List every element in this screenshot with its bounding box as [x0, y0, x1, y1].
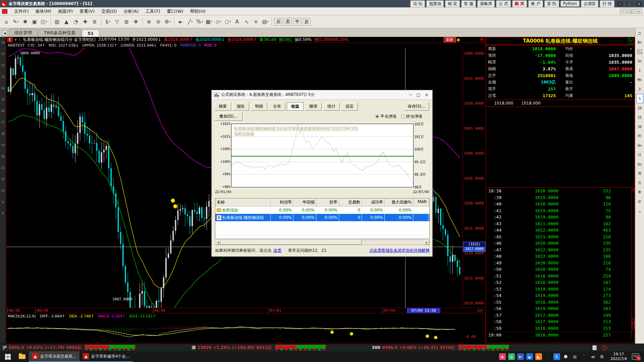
footer-link-here[interactable]: 这里 — [273, 248, 281, 253]
tape-row[interactable]: :561019.0000163 — [486, 305, 635, 312]
left-strip-item-11[interactable]: 11 — [0, 48, 6, 60]
titlebar-button-账户[interactable]: 账 户 — [528, 0, 543, 7]
dialog-tab-统计[interactable]: 统计 — [323, 102, 340, 111]
tape-row[interactable]: 19:001018.0000257 — [486, 331, 635, 338]
dialog-tab-分布[interactable]: 分布 — [269, 102, 285, 111]
indicator-settings-icon[interactable] — [480, 38, 484, 42]
tape-row[interactable]: :491020.0000210 — [486, 260, 635, 266]
move-icon[interactable]: ✥ — [131, 17, 140, 26]
trade-button-卖[interactable]: 卖 — [284, 18, 292, 26]
tape-row[interactable]: :451021.0000158 — [486, 234, 635, 240]
tape-row[interactable]: :501020.000074 — [486, 266, 635, 273]
start-button[interactable] — [0, 351, 15, 362]
period-button-月[interactable]: 月 — [635, 178, 644, 188]
left-strip-item-10[interactable]: 10 — [0, 37, 6, 48]
child-close-icon[interactable]: × — [635, 9, 642, 14]
tray-green-icon[interactable]: ◎ — [508, 353, 515, 360]
scrollbar-thumb[interactable]: ≡ — [632, 318, 635, 329]
period-label[interactable]: 5分 — [477, 308, 483, 313]
dialog-title-bar[interactable]: 公式测试系统 - A.新图表交易系统：ARBTEST() 5分 ─□× — [212, 90, 432, 100]
scroll-up-icon[interactable]: ▲ — [632, 187, 635, 192]
left-strip-item-13[interactable]: 13 — [0, 71, 6, 82]
trade-button-反[interactable]: 反 — [303, 18, 311, 26]
document-icon[interactable] — [2, 9, 7, 14]
left-strip-item-18[interactable]: 18 — [0, 128, 6, 139]
period-button-1[interactable]: 1 — [635, 66, 644, 75]
taskbar-clock[interactable]: 19:17 2022/7/4 — [610, 352, 627, 361]
taskbar-app-金字塔决策交易系...[interactable]: ▲金字塔决策交易系... — [29, 351, 79, 362]
tray-wifi-icon[interactable]: ⌒ — [581, 353, 587, 360]
tray-fox-icon[interactable]: ◣ — [535, 353, 542, 360]
flash-lightning-icon[interactable]: ϟ — [628, 38, 633, 44]
period-button-3[interactable]: 3 — [635, 84, 644, 94]
clock-icon[interactable]: ◔ — [71, 17, 80, 26]
titlebar-button-策略库[interactable]: 策略库 — [477, 0, 495, 7]
price-scale[interactable]: (3315) 1017.6000 1060.00001055.00001050.… — [463, 48, 486, 308]
diamond-icon[interactable]: ◆ — [457, 37, 460, 42]
menu-查看(V)[interactable]: 查看(V) — [76, 8, 98, 15]
percent-icon[interactable]: %▾ — [195, 17, 204, 26]
radio-持仓净值[interactable]: 持仓净值 — [401, 114, 422, 119]
period-button-Bn[interactable]: Bn — [635, 38, 644, 47]
left-strip-item-19[interactable]: 19 — [0, 139, 6, 151]
titlebar-button-委托[interactable]: 委 托 — [544, 0, 559, 7]
window-grid-icon[interactable]: ⊞ — [122, 17, 131, 26]
left-strip-item-5[interactable]: 5 — [0, 208, 6, 219]
results-table[interactable]: 名称利润率年回报胜率交易数成功率最大回撤%MAR全部综合0.00%0.00%0.… — [215, 198, 430, 239]
left-strip-item-17[interactable]: 17 — [0, 117, 6, 128]
menu-交易(O)[interactable]: 交易(O) — [98, 8, 120, 15]
dialog-maximize-icon[interactable]: □ — [417, 93, 420, 97]
table-header-交易数[interactable]: 交易数 — [339, 198, 362, 206]
tape-row[interactable]: :471022.0000235 — [486, 247, 635, 253]
tab-TWS多品种交易[interactable]: TWS多品种交易 — [38, 28, 81, 37]
dialog-tab-收益[interactable]: 收益 — [287, 102, 304, 111]
zoom-out-icon[interactable]: ⊖ — [154, 17, 163, 26]
k-chart-icon[interactable]: K — [7, 38, 12, 42]
footer-link-glossary[interactable]: 点这里看报告名词术语的详细解释 — [369, 248, 430, 253]
window-icon[interactable]: ▣ — [30, 17, 39, 26]
period-button-Sn[interactable]: Sn — [635, 56, 644, 66]
layout-icon[interactable]: ◫▾ — [40, 17, 48, 26]
tray-qq-icon[interactable]: ☻ — [562, 353, 569, 360]
menu-板块(M)[interactable]: 板块(M) — [32, 8, 55, 15]
table-row-全部综合[interactable]: 全部综合0.00%0.00%0.00%00.00%0.00% — [215, 206, 429, 214]
dialog-tab-摘要[interactable]: 摘要 — [214, 102, 231, 111]
tape-scrollbar[interactable]: ▲ ≡ — [631, 187, 635, 339]
trade-button-平[interactable]: 平 — [293, 18, 301, 26]
tape-row[interactable]: :581017.0000213 — [486, 318, 635, 325]
left-strip-item-21[interactable]: 21 — [0, 162, 6, 174]
delete-icon[interactable]: × — [252, 17, 260, 26]
tray-play-icon[interactable]: ▶ — [517, 353, 524, 360]
dollar-icon[interactable]: $ — [19, 38, 21, 42]
dialog-tab-明细[interactable]: 明细 — [251, 102, 267, 111]
titlebar-button-股票池[interactable]: 股票池 — [426, 0, 444, 7]
tape-row[interactable]: :441022.0000463 — [486, 227, 635, 234]
pattern-icon[interactable]: ▦▾ — [205, 17, 213, 26]
table-header-最大回撤%[interactable]: 最大回撤% — [385, 198, 413, 206]
tape-row[interactable]: :431021.0000182 — [486, 221, 635, 227]
period-button-〜[interactable]: 〜 — [635, 28, 644, 38]
tab-scroll-left-icon[interactable]: ◀ — [2, 30, 7, 36]
seal-icon[interactable]: ✦ — [602, 345, 607, 350]
period-button-时[interactable]: 时 — [635, 131, 644, 141]
refresh-button[interactable]: 刷新 — [444, 37, 456, 42]
home-icon[interactable]: ⌂ — [2, 17, 11, 26]
maximize-icon[interactable]: □ — [626, 1, 633, 6]
list-icon[interactable]: ≣ — [90, 17, 99, 26]
table-row-轧卷板连续.螺纹钢连续[interactable]: S轧卷板连续.螺纹钢连续0.00%0.00%0.00%00.00%0.00% — [215, 214, 429, 221]
time-sales-list[interactable]: 18:381020.0000332:391019.000096:401020.0… — [486, 187, 635, 339]
tape-row[interactable]: :531019.0000174 — [486, 286, 635, 293]
scroll-track[interactable] — [221, 240, 424, 245]
text-icon[interactable]: A — [233, 17, 241, 26]
left-strip-item-12[interactable]: 12 — [0, 60, 6, 71]
tape-row[interactable]: :411019.000075 — [486, 207, 635, 214]
period-button-Hn[interactable]: Hn — [635, 141, 644, 150]
dialog-minimize-icon[interactable]: ─ — [409, 93, 412, 97]
dropdown-caret-icon[interactable]: ▼ — [14, 38, 17, 42]
period-button-5[interactable]: 5 — [636, 94, 643, 103]
tray-shield-icon[interactable]: ◒ — [526, 353, 533, 360]
tape-row[interactable]: :521018.0000187 — [486, 279, 635, 286]
tray-volume-icon[interactable]: ◄) — [590, 353, 596, 360]
minimize-icon[interactable]: ─ — [616, 1, 624, 6]
left-strip-item-23[interactable]: 23 — [0, 185, 6, 196]
